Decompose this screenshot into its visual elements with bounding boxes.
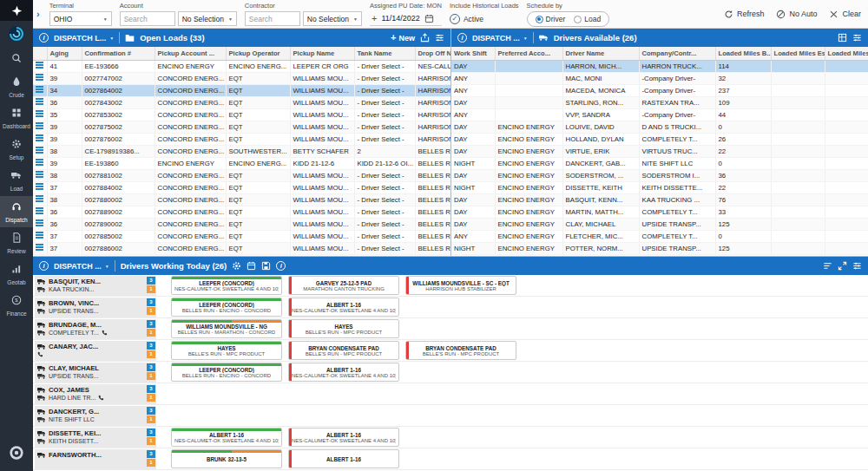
table-row[interactable]: 380027881002CONCORD ENERG...EQTWILLIAMS … [33, 169, 451, 181]
row-menu-icon[interactable] [33, 242, 47, 254]
column-header[interactable]: Pickup Operator [226, 47, 290, 60]
driver-cell[interactable]: 31DISSETTE, KEI...KEITH DISSETT... [35, 428, 156, 448]
table-row[interactable]: ANYVVP, SANDRA-Company Driver-44 [451, 108, 868, 121]
table-row[interactable]: 38CE-1798919386...CONCORD ENERG...SOUTHW… [33, 145, 451, 157]
table-row[interactable]: ANYENCINO ENERGYFLETCHER, MIC...COMPLETE… [451, 230, 868, 242]
table-row[interactable]: ANYMACEDA, MONICA-Company Driver-237 [451, 84, 868, 96]
column-header[interactable]: Loaded Miles Est [771, 47, 825, 60]
contractor-select[interactable]: No Selection▼ [303, 11, 362, 26]
column-header[interactable]: Loaded Miles B... [715, 47, 771, 60]
sidebar-item-review[interactable]: Review [0, 227, 33, 258]
table-row[interactable]: DAYENCINO ENERGYLOUIVE, DAVIDD AND S TRU… [451, 121, 868, 133]
column-header[interactable]: Tank Name [354, 47, 415, 60]
info-icon[interactable]: i [39, 33, 49, 43]
info-icon[interactable]: i [276, 261, 286, 271]
expand-icon[interactable] [838, 261, 847, 271]
clear-button[interactable]: Clear [829, 10, 861, 19]
row-menu-icon[interactable] [33, 133, 47, 145]
table-row[interactable]: 41EE-193666ENCINO ENERGYENCINO ENERG...L… [33, 60, 451, 72]
sort-icon[interactable] [823, 261, 832, 271]
table-row[interactable]: 39EE-193860ENCINO ENERGYENCINO ENERG...K… [33, 157, 451, 169]
load-card[interactable]: ALBERT 1-16 [288, 449, 399, 468]
row-menu-icon[interactable] [33, 84, 47, 96]
table-row[interactable]: 350027853002CONCORD ENERG...EQTWILLIAMS … [33, 108, 451, 121]
driver-cell[interactable]: 31BROWN, VINC...UPSIDE TRANS... [35, 298, 156, 317]
column-settings-icon[interactable] [852, 33, 862, 43]
table-row[interactable]: DAYENCINO ENERGYVIRTUE, ERIKVIRTUUS TRUC… [451, 145, 868, 157]
driver-cell[interactable]: 31BASQUIT, KEN...KAA TRUCKIN... [35, 276, 156, 296]
table-row[interactable]: DAYENCINO ENERGYHOLLAND, DYLANCOMPLETELY… [451, 133, 868, 145]
load-card[interactable]: LEEPER (CONCORD)NES-CALUMET-OK SWEETLANE… [171, 276, 282, 295]
export-icon[interactable] [420, 33, 430, 43]
pu-date-value[interactable]: 11/14/2022 [381, 14, 419, 23]
sidebar-collapse-button[interactable]: › [35, 9, 42, 19]
row-menu-icon[interactable] [33, 169, 47, 181]
load-card[interactable]: HAYESBELLE'S RUN - MPC PRODUCT [171, 341, 282, 360]
load-card[interactable]: BRYAN CONDENSATE PADBELLE'S RUN - MPC PR… [405, 341, 516, 360]
load-card[interactable]: BRYAN CONDENSATE PADBELLE'S RUN - MPC PR… [288, 341, 399, 360]
row-menu-icon[interactable] [33, 96, 47, 108]
row-menu-icon[interactable] [33, 72, 47, 84]
row-menu-icon[interactable] [33, 145, 47, 157]
table-row[interactable]: DAYENCINO ENERGYMARTIN, MATTH...COMPLETE… [451, 206, 868, 218]
load-card[interactable]: LEEPER (CONCORD)BELLES RUN - ENCINO - CO… [171, 363, 282, 382]
load-card[interactable]: BRUNK 32-13-5 [171, 449, 282, 468]
row-menu-icon[interactable] [33, 230, 47, 242]
column-header[interactable]: Drop Off Nam [415, 47, 451, 60]
table-row[interactable]: NIGHTENCINO ENERGYDISSETTE, KEITHKEITH D… [451, 181, 868, 193]
load-card[interactable]: ALBERT 1-16NES-CALUMET-OK SWEETLANE 4 AN… [288, 428, 399, 447]
row-menu-icon[interactable] [33, 157, 47, 169]
sidebar-item-crude[interactable]: Crude [0, 71, 33, 102]
driver-cell[interactable]: 31FARNSWORTH... [35, 449, 156, 469]
column-header[interactable]: Confirmation # [82, 47, 155, 60]
column-header[interactable]: Loaded Miles Af... [825, 47, 868, 60]
column-header[interactable]: Pickup Account ... [155, 47, 226, 60]
sidebar-item-geotab[interactable]: Geotab [0, 258, 33, 290]
row-menu-icon[interactable] [33, 206, 47, 218]
table-row[interactable]: DAYSTARLING, RON...RASTEXAN TRA...109 [451, 96, 868, 108]
table-row[interactable]: DAYENCINO ENERGYBASQUIT, KENN...KAA TRUC… [451, 193, 868, 206]
table-row[interactable]: 360027843002CONCORD ENERG...EQTWILLIAMS … [33, 96, 451, 108]
table-row[interactable]: 390027747002CONCORD ENERG...EQTWILLIAMS … [33, 72, 451, 84]
gear-icon[interactable] [232, 261, 241, 271]
table-row[interactable]: 380027880002CONCORD ENERG...EQTWILLIAMS … [33, 193, 451, 206]
schedule-by-driver-radio[interactable]: Driver [536, 15, 566, 23]
column-header[interactable]: Work Shift [451, 47, 495, 60]
driver-cell[interactable]: 31COX, JAMESHARD LINE TR... [35, 384, 156, 404]
save-icon[interactable] [261, 261, 271, 271]
account-search-input[interactable] [120, 11, 175, 26]
no-auto-button[interactable]: No Auto [776, 10, 817, 19]
table-row[interactable]: DAYENCINO ENERGYCLAY, MICHAELUPSIDE TRAN… [451, 218, 868, 230]
table-row[interactable]: 370027884002CONCORD ENERG...EQTWILLIAMS … [33, 181, 451, 193]
contractor-search-input[interactable] [245, 11, 300, 26]
table-row[interactable]: 360027890002CONCORD ENERG...EQTWILLIAMS … [33, 218, 451, 230]
sidebar-item-load[interactable]: Load [0, 165, 33, 196]
load-card[interactable]: ALBERT 1-16NES-CALUMET-OK SWEETLANE 4 AN… [288, 298, 399, 317]
plus-icon[interactable]: + [372, 14, 377, 23]
table-row[interactable]: 370027886002CONCORD ENERG...EQTWILLIAMS … [33, 242, 451, 254]
grid-view-icon[interactable] [838, 33, 847, 43]
table-row[interactable]: NIGHTENCINO ENERGYPOTTER, NORM...UPSIDE … [451, 242, 868, 254]
column-header[interactable]: Driver Name [562, 47, 639, 60]
working-view-selector[interactable]: DISPATCH ...▼ [54, 262, 109, 271]
calendar-icon[interactable] [247, 261, 256, 271]
table-row[interactable]: 340027864002CONCORD ENERG...EQTWILLIAMS … [33, 84, 451, 96]
historical-toggle[interactable]: ✓ Active [450, 11, 519, 26]
column-header[interactable]: Preferred Acco... [495, 47, 562, 60]
driver-cell[interactable]: 31DANCKERT, G...NITE SHIFT LLC [35, 406, 156, 426]
load-card[interactable]: LEEPER (CONCORD)BELLES RUN - ENCINO - CO… [171, 298, 282, 317]
load-card[interactable]: GARVEY 25-12-5 PADMARATHON CANTON TRUCKI… [288, 276, 399, 295]
load-card[interactable]: WILLIAMS MOUNDSVILLE - SC - EQTHARRISON … [405, 276, 516, 295]
row-menu-icon[interactable] [33, 181, 47, 193]
load-card[interactable]: ALBERT 1-16NES-CALUMET-OK SWEETLANE 4 AN… [171, 428, 282, 447]
info-icon[interactable]: i [39, 261, 49, 271]
driver-cell[interactable]: 31BRUNDAGE, M...COMPLETELY T... [35, 319, 156, 339]
sidebar-item-dashboard[interactable]: Dashboard [0, 102, 33, 134]
table-row[interactable]: 390027875002CONCORD ENERG...EQTWILLIAMS … [33, 121, 451, 133]
load-card[interactable]: WILLIAMS MOUNDSVILLE - NGBELLES RUN - MA… [171, 319, 282, 338]
table-row[interactable]: 360027889002CONCORD ENERG...EQTWILLIAMS … [33, 206, 451, 218]
sidebar-item-finance[interactable]: $Finance [0, 290, 33, 321]
column-header[interactable]: Pickup Name [290, 47, 354, 60]
table-row[interactable]: DAYHARRON, MICH...HARRON TRUCK...114 [451, 60, 868, 72]
row-menu-icon[interactable] [33, 193, 47, 206]
